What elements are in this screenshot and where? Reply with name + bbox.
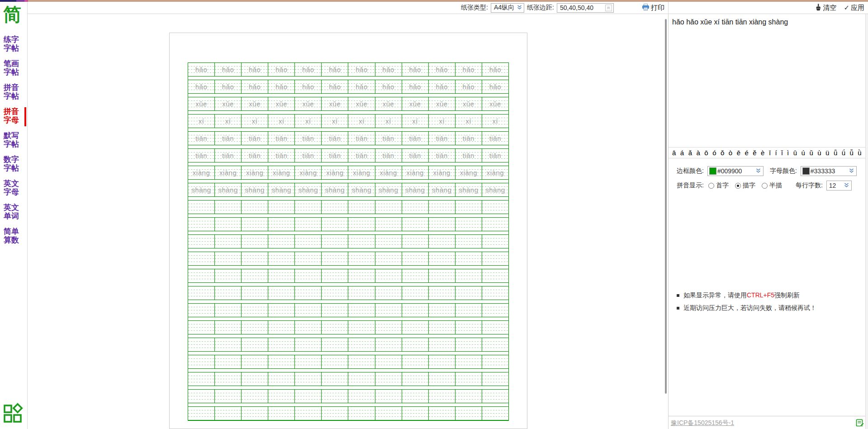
panel-scrollbar[interactable] — [865, 14, 868, 429]
accent-key-button[interactable]: á — [680, 148, 684, 158]
brush-icon — [815, 4, 821, 12]
clear-button[interactable]: 清空 — [815, 4, 836, 12]
sidebar-item-6[interactable]: 英文字母 — [0, 179, 27, 203]
accent-key-button[interactable]: à — [696, 148, 700, 158]
accent-key-button[interactable]: ó — [712, 148, 716, 158]
sidebar-item-label: 字帖 — [4, 164, 27, 172]
pinyin-cell — [268, 372, 295, 386]
pinyin-cell: shàng — [322, 183, 348, 196]
grid-gap — [188, 352, 508, 355]
grid-row — [188, 269, 508, 283]
border-color-select[interactable]: #009900 — [707, 166, 764, 176]
accent-key-button[interactable]: ǜ — [858, 148, 861, 158]
sidebar-item-4[interactable]: 默写字帖 — [0, 131, 27, 155]
accent-key-button[interactable]: ě — [753, 148, 756, 158]
pinyin-cell — [215, 304, 242, 317]
letter-color-select[interactable]: #333333 — [801, 166, 857, 176]
accent-key-button[interactable]: ú — [802, 148, 805, 158]
pinyin-cell — [348, 218, 375, 231]
accent-key-button[interactable]: è — [761, 148, 764, 158]
accent-key-button[interactable]: ǖ — [834, 148, 837, 158]
grid-gap — [188, 76, 508, 80]
accent-key-button[interactable]: ì — [787, 148, 789, 158]
accent-key-button[interactable]: ǐ — [781, 148, 783, 158]
bullet-icon — [677, 294, 679, 297]
notice-item: 近期访问压力巨大，若访问失败，请稍候再试！ — [677, 304, 858, 312]
accent-key-button[interactable]: é — [745, 148, 748, 158]
toolbar: 纸张类型: A4纵向 纸张边距: 50,40,50,40 R — [28, 2, 868, 14]
accent-key-button[interactable]: ü — [825, 148, 829, 158]
grid-row — [188, 286, 508, 300]
pinyin-cell: xǔe — [242, 97, 268, 110]
paper-type-select[interactable]: A4纵向 — [491, 3, 524, 13]
apps-grid-icon[interactable] — [3, 403, 24, 424]
sidebar-item-label: 字帖 — [4, 44, 27, 52]
color-settings-row: 边框颜色: #009900 字母颜色: #333333 — [677, 166, 861, 176]
accent-key-button[interactable]: ī — [769, 148, 771, 158]
grid-row — [188, 235, 508, 248]
sidebar-item-2[interactable]: 拼音字帖 — [0, 83, 27, 107]
main-scrollbar-thumb[interactable] — [665, 19, 667, 394]
accent-key-button[interactable]: ǘ — [842, 148, 845, 158]
accent-key-button[interactable]: ā — [672, 148, 676, 158]
edit-document-icon[interactable] — [856, 419, 864, 427]
reset-icon[interactable]: R — [605, 5, 612, 11]
accent-key-button[interactable]: ǒ — [721, 148, 724, 158]
pinyin-cell: shàng — [215, 183, 242, 196]
per-line-select[interactable]: 12 — [826, 181, 852, 191]
pinyin-cell — [295, 200, 322, 214]
chevron-down-icon — [517, 4, 522, 11]
accent-key-button[interactable]: ǚ — [850, 148, 854, 158]
pinyin-cell: tiān — [295, 149, 322, 162]
pinyin-cell — [188, 252, 215, 265]
pinyin-cell: hǎo — [322, 63, 348, 76]
apply-label: 应用 — [851, 4, 864, 12]
accent-key-button[interactable]: ù — [817, 148, 821, 158]
accent-key-button[interactable]: ē — [737, 148, 740, 158]
sidebar-item-0[interactable]: 练字字帖 — [0, 35, 27, 59]
apply-button[interactable]: ✓ 应用 — [844, 4, 864, 12]
accent-key-button[interactable]: ū — [793, 148, 797, 158]
pinyin-cell — [268, 321, 295, 334]
pinyin-cell: xǔe — [375, 97, 402, 110]
print-button[interactable]: 打印 — [642, 4, 664, 12]
sidebar-item-label: 拼音 — [4, 107, 27, 116]
sidebar-item-8[interactable]: 简单算数 — [0, 227, 27, 251]
display-option-首字[interactable]: 首字 — [708, 181, 729, 190]
pinyin-cell — [188, 372, 215, 386]
sidebar-item-1[interactable]: 笔画字帖 — [0, 59, 27, 83]
pinyin-cell — [482, 407, 508, 420]
grid-row — [188, 372, 508, 386]
pinyin-cell — [375, 355, 402, 368]
pinyin-cell — [322, 390, 348, 403]
accent-key-button[interactable]: ǎ — [688, 148, 692, 158]
pinyin-cell: hǎo — [348, 63, 375, 76]
accent-key-button[interactable]: ò — [729, 148, 732, 158]
pinyin-cell: tiān — [188, 149, 215, 162]
sidebar-item-5[interactable]: 数字字帖 — [0, 155, 27, 179]
pinyin-cell — [295, 218, 322, 231]
sidebar-item-7[interactable]: 英文单词 — [0, 203, 27, 227]
pinyin-cell — [242, 218, 268, 231]
pinyin-cell — [242, 390, 268, 403]
pinyin-cell — [188, 235, 215, 248]
pinyin-cell: xiàng — [455, 166, 482, 179]
icp-link[interactable]: 豫ICP备15025156号-1 — [671, 419, 734, 427]
per-line-value: 12 — [829, 182, 836, 189]
display-option-半描[interactable]: 半描 — [762, 181, 782, 190]
pinyin-cell — [322, 286, 348, 300]
word-input-area[interactable]: hǎo hǎo xǔe xí tiān tiān xiàng shàng — [669, 14, 865, 148]
sidebar-item-3[interactable]: 拼音字母 — [0, 107, 27, 131]
accent-key-button[interactable]: ǔ — [809, 148, 813, 158]
accent-key-button[interactable]: ō — [704, 148, 708, 158]
pinyin-cell — [242, 200, 268, 214]
accent-key-button[interactable]: í — [775, 148, 777, 158]
display-option-描字[interactable]: 描字 — [735, 181, 755, 190]
app-logo[interactable]: 简 — [3, 4, 27, 25]
panel-footer: 豫ICP备15025156号-1 — [669, 416, 865, 429]
radio-icon — [735, 183, 741, 189]
pinyin-cell — [268, 355, 295, 368]
pinyin-cell — [375, 338, 402, 351]
margin-input[interactable]: 50,40,50,40 R — [557, 3, 614, 13]
pinyin-cell: tiān — [348, 132, 375, 145]
